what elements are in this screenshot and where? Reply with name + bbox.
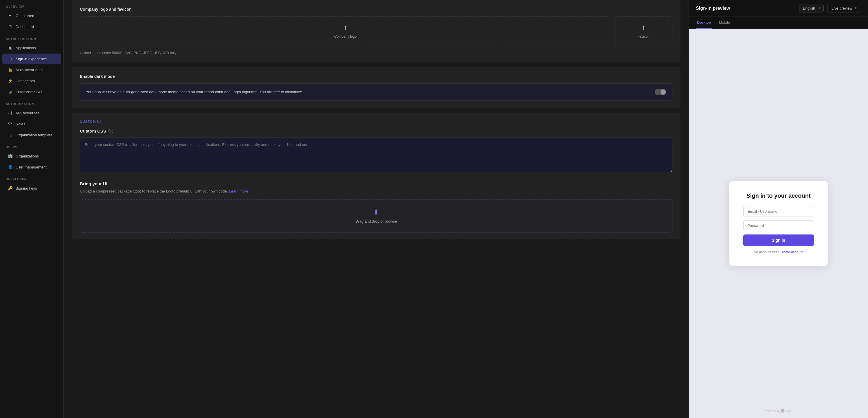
sidebar-item-organization-template[interactable]: ◫Organization template (2, 130, 61, 140)
favicon-label: Favicon (638, 34, 650, 38)
no-account-text: No account yet? (754, 250, 779, 254)
preview-title: Sign-in preview (696, 6, 730, 11)
company-logo-label: Company logo (334, 34, 356, 38)
building-icon: 🏢 (7, 153, 13, 159)
sidebar-item-label-get-started: Get started (16, 13, 34, 18)
sign-in-footer: No account yet? Create account (743, 250, 814, 254)
dark-mode-toggle-row: Your app will have an auto-generated dar… (80, 83, 673, 101)
sidebar-item-label-user-management: User management (16, 165, 46, 169)
sign-in-card: Sign in to your account Sign in No accou… (730, 181, 828, 266)
template-icon: ◫ (7, 132, 13, 138)
sidebar-section-authentication: AUTHENTICATION (0, 32, 63, 42)
sidebar-item-label-dashboard: Dashboard (16, 25, 34, 29)
sidebar-section-developer: DEVELOPER (0, 173, 63, 183)
preview-inner: Sign in to your account Sign in No accou… (689, 29, 868, 418)
custom-css-info-icon[interactable]: i (108, 129, 113, 133)
dropzone-text: Drag and drop or browse (355, 219, 397, 223)
layout-icon: ⊟ (7, 56, 13, 61)
bring-ui-container: Bring your UI Upload a compressed packag… (80, 181, 673, 233)
right-panel-header: Sign-in preview English 中文 日本語 한국어 Live … (689, 0, 868, 17)
sidebar-item-connectors[interactable]: ⚡Connectors (2, 76, 61, 86)
bring-ui-desc: Upload a compressed package (.zip) to re… (80, 188, 673, 195)
sidebar-item-label-organization-template: Organization template (16, 133, 52, 137)
custom-ui-label: CUSTOM UI (80, 120, 673, 123)
sidebar: OVERVIEW✦Get started⊞DashboardAUTHENTICA… (0, 0, 64, 418)
learn-more-link[interactable]: Learn more (229, 189, 248, 193)
sidebar-item-label-signing-keys: Signing keys (16, 186, 37, 190)
key-icon: 🔑 (7, 185, 13, 191)
shield-icon: 🛡 (7, 121, 13, 126)
user-icon: 👤 (7, 165, 13, 170)
grid-icon: ⊞ (7, 24, 13, 29)
sidebar-item-label-multi-factor-auth: Multi-factor auth (16, 68, 42, 72)
tab-desktop[interactable]: Desktop (696, 17, 712, 29)
sidebar-section-authorization: AUTHORIZATION (0, 97, 63, 108)
dark-mode-section: Enable dark mode Your app will have an a… (72, 67, 681, 108)
sidebar-section-users: USERS (0, 140, 63, 151)
bring-ui-title: Bring your UI (80, 181, 673, 186)
main-content: Company logo and favicon ⬆ Company logo … (64, 0, 689, 418)
custom-ui-section: CUSTOM UI Custom CSS i Bring your UI Upl… (72, 113, 681, 239)
window-icon: ▣ (7, 45, 13, 50)
sidebar-item-label-roles: Roles (16, 122, 25, 126)
language-selector[interactable]: English 中文 日本語 한국어 (799, 4, 824, 12)
tab-mobile[interactable]: Mobile (718, 17, 731, 29)
header-controls: English 中文 日本語 한국어 Live preview ↗ (799, 4, 861, 12)
favicon-upload-icon: ⬆ (641, 25, 646, 32)
sidebar-section-overview: OVERVIEW (0, 0, 63, 10)
sidebar-item-applications[interactable]: ▣Applications (2, 42, 61, 53)
sidebar-item-user-management[interactable]: 👤User management (2, 162, 61, 172)
preview-tabs: Desktop Mobile (689, 17, 868, 29)
logo-favicon-title: Company logo and favicon (80, 7, 673, 11)
plug-icon: ⚡ (7, 78, 13, 83)
star-icon: ✦ (7, 13, 13, 18)
sidebar-item-label-api-resources: API resources (16, 111, 39, 115)
custom-css-title: Custom CSS (80, 128, 106, 133)
sidebar-item-multi-factor-auth[interactable]: 🔒Multi-factor auth (2, 64, 61, 75)
external-link-icon: ↗ (854, 6, 857, 10)
sidebar-item-dashboard[interactable]: ⊞Dashboard (2, 22, 61, 32)
live-preview-button[interactable]: Live preview ↗ (827, 4, 861, 12)
code-icon: { } (7, 110, 13, 116)
custom-css-header: Custom CSS i (80, 128, 673, 133)
sidebar-item-label-sign-in-experience: Sign-in experience (16, 57, 47, 61)
sidebar-item-get-started[interactable]: ✦Get started (2, 10, 61, 21)
sidebar-item-enterprise-sso[interactable]: ◎Enterprise SSO (2, 87, 61, 97)
sidebar-item-roles[interactable]: 🛡Roles (2, 119, 61, 129)
toggle-knob (660, 89, 666, 95)
favicon-upload[interactable]: ⬆ Favicon (615, 16, 673, 47)
upload-hint: Upload image under 500KB, SVG, PNG, JPEG… (80, 51, 673, 55)
company-logo-upload[interactable]: ⬆ Company logo (80, 16, 611, 47)
file-dropzone[interactable]: ⬆ Drag and drop or browse (80, 199, 673, 233)
rss-icon: ◎ (7, 89, 13, 94)
upload-icon: ⬆ (343, 25, 348, 32)
language-selector-wrap: English 中文 日本語 한국어 (799, 4, 824, 12)
dropzone-icon: ⬆ (373, 208, 379, 216)
sidebar-item-api-resources[interactable]: { }API resources (2, 108, 61, 118)
sidebar-item-sign-in-experience[interactable]: ⊟Sign-in experience (2, 54, 61, 64)
live-preview-label: Live preview (832, 6, 852, 10)
sidebar-item-label-organizations: Organizations (16, 154, 39, 158)
lock-icon: 🔒 (7, 67, 13, 72)
password-input[interactable] (743, 220, 814, 231)
dark-mode-description: Your app will have an auto-generated dar… (86, 89, 303, 95)
sidebar-item-organizations[interactable]: 🏢Organizations (2, 151, 61, 161)
sidebar-item-label-connectors: Connectors (16, 79, 35, 83)
sidebar-item-signing-keys[interactable]: 🔑Signing keys (2, 183, 61, 193)
sign-in-card-title: Sign in to your account (743, 192, 814, 199)
sidebar-item-label-applications: Applications (16, 46, 36, 50)
right-panel: Sign-in preview English 中文 日本語 한국어 Live … (689, 0, 868, 418)
logo-favicon-section: Company logo and favicon ⬆ Company logo … (72, 0, 681, 62)
logo-favicon-row: ⬆ Company logo ⬆ Favicon (80, 16, 673, 47)
dark-mode-toggle[interactable] (655, 89, 666, 95)
sign-in-button[interactable]: Sign in (743, 235, 814, 246)
powered-by: Powered by 🅻 Logto (764, 409, 793, 413)
sidebar-item-label-enterprise-sso: Enterprise SSO (16, 90, 42, 94)
create-account-link[interactable]: Create account (780, 250, 803, 254)
preview-area: Sign in to your account Sign in No accou… (689, 29, 868, 418)
dark-mode-title: Enable dark mode (80, 74, 673, 79)
email-username-input[interactable] (743, 206, 814, 217)
custom-css-textarea[interactable] (80, 138, 673, 172)
